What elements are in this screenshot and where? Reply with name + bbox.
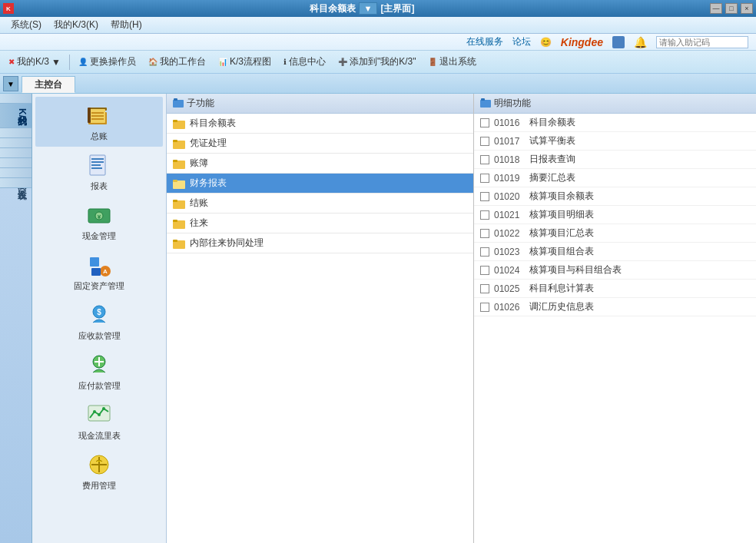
svg-rect-47 xyxy=(480,100,491,108)
report-label: 报表 xyxy=(91,180,108,192)
toolbar-my-workspace[interactable]: 🏠 我的工作台 xyxy=(143,53,211,71)
subfunc-item-4[interactable]: 结账 xyxy=(167,194,473,214)
receivable-icon: $ xyxy=(85,301,113,329)
subfunc-item-1[interactable]: 凭证处理 xyxy=(167,134,473,154)
app-logo: K xyxy=(3,3,14,14)
toolbar-myk3[interactable]: ✖ 我的K/3 ▼ xyxy=(3,53,66,71)
detail-checkbox-0[interactable] xyxy=(480,118,489,127)
svg-point-26 xyxy=(98,413,101,416)
subfunc-item-2[interactable]: 账簿 xyxy=(167,154,473,174)
sidebar-item-plan[interactable]: 计划管理 xyxy=(0,148,32,158)
detail-item-0[interactable]: 01016 科目余额表 xyxy=(474,114,756,132)
detail-checkbox-6[interactable] xyxy=(480,229,489,238)
sidebar-item-operations[interactable]: 运营层面 xyxy=(0,94,32,104)
detail-item-8[interactable]: 01024 核算项目与科目组合表 xyxy=(474,261,756,280)
detail-checkbox-2[interactable] xyxy=(480,155,489,164)
detail-header-icon xyxy=(480,98,491,109)
subfunc-item-0[interactable]: 科目余额表 xyxy=(167,114,473,134)
folder-icon-3 xyxy=(173,178,185,189)
module-ledger[interactable]: 总账 xyxy=(35,97,163,147)
toolbar: ✖ 我的K/3 ▼ 👤 更换操作员 🏠 我的工作台 📊 K/3流程图 ℹ 信息中… xyxy=(0,51,756,74)
module-cashflow[interactable]: 现金流里表 xyxy=(35,396,163,446)
module-cash[interactable]: ¥ 现金管理 xyxy=(35,197,163,247)
svg-rect-11 xyxy=(91,167,102,169)
detail-item-9[interactable]: 01025 科目利息计算表 xyxy=(474,280,756,298)
close-button[interactable]: × xyxy=(741,3,753,14)
detail-checkbox-3[interactable] xyxy=(480,174,489,183)
subfunc-item-5[interactable]: 往来 xyxy=(167,214,473,233)
detail-item-5[interactable]: 01021 核算项目明细表 xyxy=(474,206,756,224)
toolbar-add-to-myk3[interactable]: ➕ 添加到"我的K/3" xyxy=(333,53,422,71)
detail-item-10[interactable]: 01026 调汇历史信息表 xyxy=(474,298,756,316)
detail-checkbox-9[interactable] xyxy=(480,284,489,293)
detail-item-2[interactable]: 01018 日报表查询 xyxy=(474,151,756,169)
tab-main-console[interactable]: 主控台 xyxy=(22,76,75,93)
toolbar-logout[interactable]: 🚪 退出系统 xyxy=(423,53,482,71)
title-left: K xyxy=(3,3,14,14)
menu-system[interactable]: 系统(S) xyxy=(5,17,48,33)
forum-link[interactable]: 论坛 xyxy=(512,35,531,48)
detail-item-4[interactable]: 01020 核算项目余额表 xyxy=(474,187,756,206)
module-payable[interactable]: 应付款管理 xyxy=(35,346,163,396)
svg-rect-9 xyxy=(91,161,104,163)
detail-checkbox-7[interactable] xyxy=(480,247,489,257)
subfunc-item-6[interactable]: 内部往来协同处理 xyxy=(167,233,473,253)
sidebar-item-finance[interactable]: 财务会计 xyxy=(0,128,32,138)
svg-rect-5 xyxy=(91,118,104,120)
sidebar-item-system[interactable]: 系统设置 xyxy=(0,178,32,188)
title-dropdown[interactable]: ▼ xyxy=(359,2,378,15)
content-area: 子功能 科目余额表 凭 xyxy=(167,94,756,543)
sidebar-item-production[interactable]: 生产管理 xyxy=(0,158,32,168)
detail-panel: 明细功能 01016 科目余额表 01017 试算平衡表 xyxy=(474,94,756,543)
detail-item-6[interactable]: 01022 核算项目汇总表 xyxy=(474,224,756,243)
toolbar-switch-operator[interactable]: 👤 更换操作员 xyxy=(73,53,141,71)
toolbar-info-center[interactable]: ℹ 信息中心 xyxy=(278,53,331,71)
svg-rect-8 xyxy=(91,158,104,160)
module-report[interactable]: 报表 xyxy=(35,147,163,197)
module-expense[interactable]: 费用管理 xyxy=(35,446,163,496)
payable-label: 应付款管理 xyxy=(78,380,121,392)
detail-item-3[interactable]: 01019 摘要汇总表 xyxy=(474,169,756,187)
module-asset[interactable]: A 固定资产管理 xyxy=(35,247,163,296)
subfunc-header-label: 子功能 xyxy=(187,97,214,110)
detail-checkbox-5[interactable] xyxy=(480,210,489,220)
sidebar-item-trade[interactable]: 商贸版 xyxy=(0,168,32,178)
subfunc-area: 子功能 科目余额表 凭 xyxy=(167,94,756,543)
svg-rect-32 xyxy=(174,98,177,101)
subfunc-list: 科目余额表 凭证处理 账簿 xyxy=(167,114,473,543)
menu-help[interactable]: 帮助(H) xyxy=(104,17,148,33)
module-panel: 总账 报表 ¥ 现金管理 xyxy=(32,94,167,543)
detail-checkbox-8[interactable] xyxy=(480,266,489,275)
toolbar-k3-flowchart[interactable]: 📊 K/3流程图 xyxy=(213,53,277,71)
svg-rect-31 xyxy=(173,100,184,108)
online-service-link[interactable]: 在线服务 xyxy=(466,35,503,48)
minimize-button[interactable]: — xyxy=(710,3,722,14)
menu-myk3[interactable]: 我的K/3(K) xyxy=(48,17,104,33)
maximize-button[interactable]: □ xyxy=(725,3,738,14)
detail-checkbox-4[interactable] xyxy=(480,192,489,201)
receivable-label: 应收款管理 xyxy=(78,330,121,342)
ledger-label: 总账 xyxy=(91,131,108,142)
detail-item-1[interactable]: 01017 试算平衡表 xyxy=(474,132,756,151)
detail-checkbox-1[interactable] xyxy=(480,137,489,146)
subfunc-header: 子功能 xyxy=(167,94,473,114)
expense-label: 费用管理 xyxy=(82,480,116,492)
sidebar-item-supply[interactable]: 供应链 xyxy=(0,138,32,148)
folder-icon-6 xyxy=(173,238,185,249)
help-search-input[interactable] xyxy=(656,36,748,48)
cash-icon: ¥ xyxy=(85,201,113,229)
subfunc-header-icon xyxy=(173,98,184,109)
tab-dropdown-btn[interactable]: ▼ xyxy=(3,76,18,91)
sidebar-item-myk3[interactable]: 我的K/3 xyxy=(0,104,32,128)
report-icon xyxy=(85,151,113,179)
svg-rect-4 xyxy=(91,115,104,117)
asset-icon: A xyxy=(85,251,113,279)
subfunc-item-3[interactable]: 财务报表 xyxy=(167,174,473,194)
kingdee-brand: Kingdee xyxy=(561,36,603,48)
detail-item-7[interactable]: 01023 核算项目组合表 xyxy=(474,243,756,261)
detail-checkbox-10[interactable] xyxy=(480,303,489,312)
svg-rect-38 xyxy=(173,160,177,162)
module-receivable[interactable]: $ 应收款管理 xyxy=(35,296,163,346)
svg-rect-6 xyxy=(88,108,91,123)
title-center: 科目余额表 ▼ [主界面] xyxy=(310,2,415,15)
